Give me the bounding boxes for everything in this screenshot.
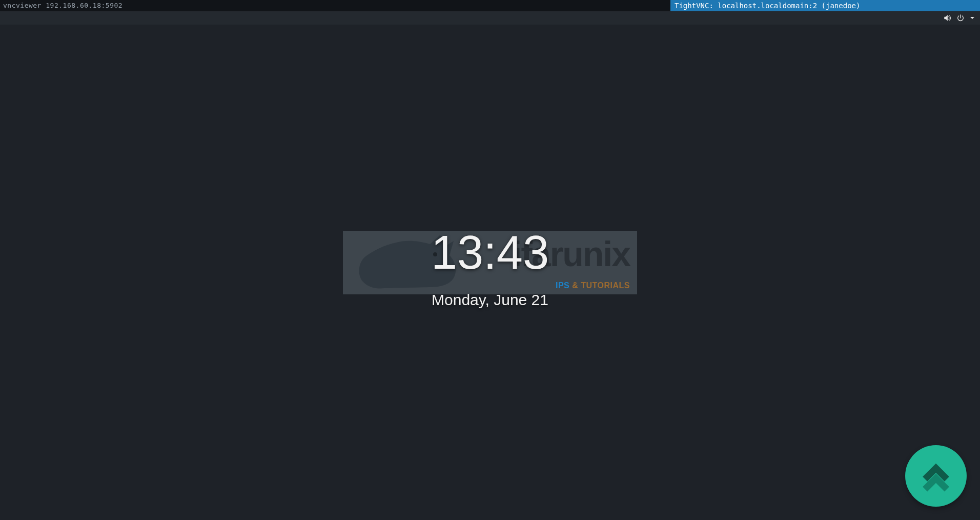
remote-desktop[interactable]: ifarunix IPS & TUTORIALS 13:43 Monday, J…: [0, 25, 980, 520]
lockscreen-time: 13:43: [431, 229, 549, 276]
corner-badge[interactable]: [905, 445, 967, 507]
caret-down-icon[interactable]: [970, 15, 975, 21]
remote-top-panel: [0, 11, 980, 25]
host-title-left: vncviewer 192.168.60.18:5902: [0, 0, 127, 11]
lockscreen-center: 13:43 Monday, June 21: [431, 229, 549, 309]
watermark-tag-suffix: & TUTORIALS: [569, 281, 630, 290]
watermark-tag-prefix: IPS: [556, 281, 569, 290]
lockscreen-date: Monday, June 21: [431, 291, 549, 309]
host-titlebar: vncviewer 192.168.60.18:5902 TightVNC: l…: [0, 0, 980, 11]
volume-icon[interactable]: [943, 14, 951, 22]
host-title-right: TightVNC: localhost.localdomain:2 (janed…: [670, 0, 980, 11]
power-icon[interactable]: [956, 14, 965, 22]
watermark-tagline: IPS & TUTORIALS: [556, 281, 630, 290]
chevron-up-icon: [916, 456, 955, 495]
